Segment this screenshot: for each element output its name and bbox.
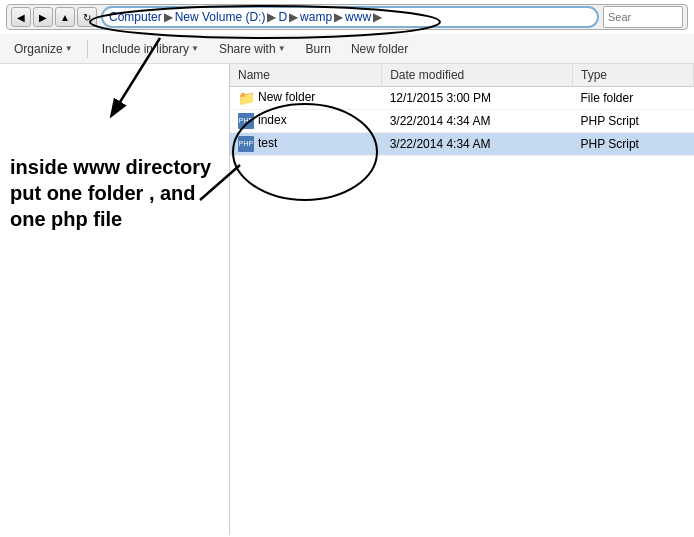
include-library-button[interactable]: Include in library ▼ — [96, 40, 205, 58]
breadcrumb-volume[interactable]: New Volume (D:) — [175, 10, 266, 24]
file-name-cell: 📁New folder — [230, 87, 382, 110]
organize-label: Organize — [14, 42, 63, 56]
sep5: ▶ — [373, 10, 382, 24]
sep2: ▶ — [267, 10, 276, 24]
breadcrumb-www[interactable]: www — [345, 10, 371, 24]
left-panel: inside www directory put one folder , an… — [0, 64, 230, 535]
share-with-arrow: ▼ — [278, 44, 286, 53]
table-row[interactable]: PHPtest3/22/2014 4:34 AMPHP Script — [230, 133, 694, 156]
back-button[interactable]: ◀ — [11, 7, 31, 27]
file-type-cell: File folder — [572, 87, 693, 110]
file-date-cell: 12/1/2015 3:00 PM — [382, 87, 573, 110]
table-row[interactable]: 📁New folder12/1/2015 3:00 PMFile folder — [230, 87, 694, 110]
share-with-button[interactable]: Share with ▼ — [213, 40, 292, 58]
file-name-cell: PHPtest — [230, 133, 382, 156]
col-name[interactable]: Name — [230, 64, 382, 87]
sep4: ▶ — [334, 10, 343, 24]
include-library-label: Include in library — [102, 42, 189, 56]
right-panel[interactable]: Name Date modified Type 📁New folder12/1/… — [230, 64, 694, 535]
search-input[interactable] — [603, 6, 683, 28]
breadcrumb-path[interactable]: Computer ▶ New Volume (D:) ▶ D ▶ wamp ▶ … — [101, 6, 599, 28]
instruction-text: inside www directory put one folder , an… — [10, 154, 219, 232]
breadcrumb-d[interactable]: D — [278, 10, 287, 24]
col-date-modified[interactable]: Date modified — [382, 64, 573, 87]
main-content: inside www directory put one folder , an… — [0, 64, 694, 535]
col-type[interactable]: Type — [572, 64, 693, 87]
new-folder-button[interactable]: New folder — [345, 40, 414, 58]
share-with-label: Share with — [219, 42, 276, 56]
burn-button[interactable]: Burn — [300, 40, 337, 58]
up-button[interactable]: ▲ — [55, 7, 75, 27]
table-row[interactable]: PHPindex3/22/2014 4:34 AMPHP Script — [230, 110, 694, 133]
file-date-cell: 3/22/2014 4:34 AM — [382, 133, 573, 156]
file-type-cell: PHP Script — [572, 133, 693, 156]
include-library-arrow: ▼ — [191, 44, 199, 53]
php-icon: PHP — [238, 113, 254, 129]
refresh-button[interactable]: ↻ — [77, 7, 97, 27]
address-bar: ◀ ▶ ▲ ↻ Computer ▶ New Volume (D:) ▶ D ▶… — [6, 4, 688, 30]
sep1: ▶ — [164, 10, 173, 24]
php-icon: PHP — [238, 136, 254, 152]
divider-1 — [87, 40, 88, 58]
toolbar: Organize ▼ Include in library ▼ Share wi… — [0, 34, 694, 64]
folder-icon: 📁 — [238, 90, 254, 106]
sep3: ▶ — [289, 10, 298, 24]
file-name-cell: PHPindex — [230, 110, 382, 133]
burn-label: Burn — [306, 42, 331, 56]
organize-button[interactable]: Organize ▼ — [8, 40, 79, 58]
file-table: Name Date modified Type 📁New folder12/1/… — [230, 64, 694, 156]
table-header-row: Name Date modified Type — [230, 64, 694, 87]
new-folder-label: New folder — [351, 42, 408, 56]
breadcrumb-wamp[interactable]: wamp — [300, 10, 332, 24]
organize-arrow: ▼ — [65, 44, 73, 53]
file-date-cell: 3/22/2014 4:34 AM — [382, 110, 573, 133]
file-type-cell: PHP Script — [572, 110, 693, 133]
breadcrumb-computer[interactable]: Computer — [109, 10, 162, 24]
nav-buttons: ◀ ▶ ▲ ↻ — [11, 7, 97, 27]
forward-button[interactable]: ▶ — [33, 7, 53, 27]
